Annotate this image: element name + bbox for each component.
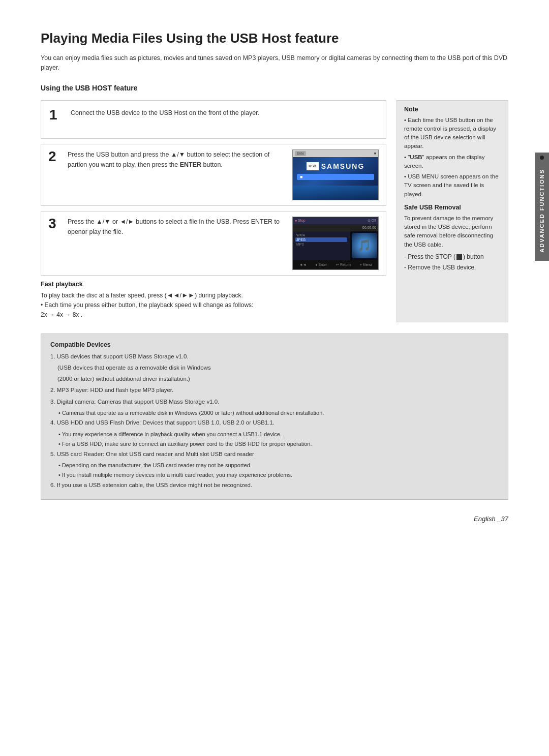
section-title: Using the USB HOST feature: [41, 84, 508, 92]
fast-playback-text1: To play back the disc at a faster speed,…: [41, 290, 386, 301]
compatible-item-3: 3. Digital camera: Cameras that support …: [50, 398, 499, 406]
intro-text: You can enjoy media files such as pictur…: [41, 53, 508, 73]
file-screen-image: ● Stop ⊙ Off 00:00:00 WMA JPEG MP3: [292, 217, 379, 270]
stop-icon: [456, 254, 462, 260]
safe-removal-item-2: Remove the USB device.: [404, 263, 501, 272]
safe-removal-desc: To prevent damage to the memory stored i…: [404, 214, 501, 249]
step2-box: 2 Press the USB button and press the ▲/▼…: [41, 144, 386, 206]
compatible-item-1: 1. USB devices that support USB Mass Sto…: [50, 352, 499, 361]
usb-screen-image: Ente ■ USB SAMSUNG ■: [292, 149, 379, 200]
compatible-item-5: 5. USB card Reader: One slot USB card re…: [50, 450, 499, 459]
compatible-item-4-sub2: For a USB HDD, make sure to connect an a…: [58, 440, 499, 448]
page-title: Playing Media Files Using the USB Host f…: [41, 31, 508, 46]
side-tab-text: ADVANCED FUNCTIONS: [539, 164, 545, 258]
step3-text: Press the ▲/▼ or ◄/► buttons to select a…: [68, 217, 286, 237]
note-title: Note: [404, 106, 501, 113]
side-tab-dot: [540, 156, 544, 160]
compatible-item-5-sub2: If you install multiple memory devices i…: [58, 471, 499, 479]
note-box: Note Each time the USB button on the rem…: [396, 100, 508, 322]
compatible-item-2: 2. MP3 Player: HDD and flash type MP3 pl…: [50, 386, 499, 395]
step1: 1 Connect the USB device to the USB Host…: [49, 108, 378, 122]
compatible-title: Compatible Devices: [50, 341, 499, 348]
fast-playback-section: Fast playback To play back the disc at a…: [41, 281, 386, 320]
note-item-1: Each time the USB button on the remote c…: [404, 116, 501, 151]
safe-removal-item-1: Press the STOP () button: [404, 252, 501, 261]
compatible-item-5-sub1: Depending on the manufacturer, the USB c…: [58, 461, 499, 470]
step1-box: 1 Connect the USB device to the USB Host…: [41, 100, 386, 139]
step1-text: Connect the USB device to the USB Host o…: [71, 108, 378, 118]
screen-controls: ◄◄ ● Enter ↩ Return ≡ Menu: [293, 260, 378, 269]
step1-number: 1: [49, 108, 65, 122]
compatible-item-6: 6. If you use a USB extension cable, the…: [50, 481, 499, 490]
compatible-item-4-sub1: You may experience a difference in playb…: [58, 430, 499, 439]
step3-box: 3 Press the ▲/▼ or ◄/► buttons to select…: [41, 211, 386, 276]
compatible-item-1-sub1: (USB devices that operate as a removable…: [57, 364, 499, 372]
fast-playback-text2: • Each time you press either button, the…: [41, 300, 386, 310]
compatible-box: Compatible Devices 1. USB devices that s…: [41, 334, 508, 500]
fast-playback-title: Fast playback: [41, 281, 386, 288]
side-tab: ADVANCED FUNCTIONS: [535, 153, 549, 261]
compatible-item-3-sub: Cameras that operate as a removable disk…: [58, 409, 499, 417]
step2-text: Press the USB button and press the ▲/▼ b…: [68, 149, 286, 170]
note-item-2: "USB" appears on the display screen.: [404, 153, 501, 171]
compatible-item-1-sub2: (2000 or later) without additional drive…: [57, 375, 499, 383]
page-number: English _37: [41, 515, 508, 523]
step2-number: 2: [48, 149, 64, 164]
note-item-3: USB MENU screen appears on the TV screen…: [404, 172, 501, 199]
compatible-item-4: 4. USB HDD and USB Flash Drive: Devices …: [50, 418, 499, 427]
safe-removal-title: Safe USB Removal: [404, 204, 501, 211]
file-thumb: 🎵: [352, 233, 377, 258]
fast-playback-text3: 2x → 4x → 8x .: [41, 310, 386, 320]
step3-number: 3: [48, 217, 64, 231]
